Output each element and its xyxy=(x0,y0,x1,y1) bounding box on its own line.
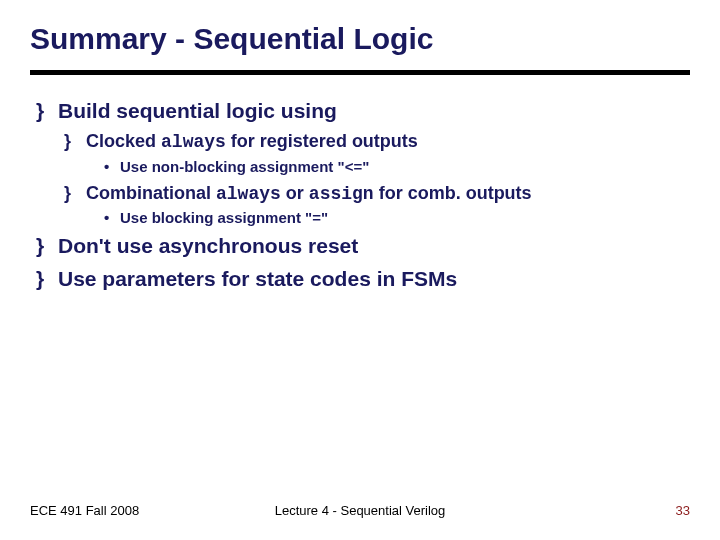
footer-left: ECE 491 Fall 2008 xyxy=(30,503,250,518)
bullet-level1: Don't use asynchronous reset xyxy=(30,232,690,260)
code-inline: always xyxy=(161,132,226,152)
bullet-level2: Clocked always for registered outputs xyxy=(64,129,690,154)
text-fragment: Clocked xyxy=(86,131,161,151)
text-fragment: for registered outputs xyxy=(226,131,418,151)
slide-content: Build sequential logic using Clocked alw… xyxy=(30,97,690,293)
slide-title: Summary - Sequential Logic xyxy=(30,22,690,56)
bullet-level1: Use parameters for state codes in FSMs xyxy=(30,265,690,293)
slide-footer: ECE 491 Fall 2008 Lecture 4 - Sequential… xyxy=(0,503,720,518)
title-rule xyxy=(30,70,690,75)
footer-page-number: 33 xyxy=(470,503,690,518)
code-inline: assign xyxy=(309,184,374,204)
text-fragment: or xyxy=(281,183,309,203)
slide: Summary - Sequential Logic Build sequent… xyxy=(0,0,720,540)
bullet-level3: Use blocking assignment "=" xyxy=(104,208,690,228)
bullet-level3: Use non-blocking assignment "<=" xyxy=(104,157,690,177)
text-fragment: for comb. outputs xyxy=(374,183,532,203)
bullet-level2: Combinational always or assign for comb.… xyxy=(64,181,690,206)
text-fragment: Combinational xyxy=(86,183,216,203)
bullet-level1: Build sequential logic using xyxy=(30,97,690,125)
footer-center: Lecture 4 - Sequential Verilog xyxy=(250,503,470,518)
code-inline: always xyxy=(216,184,281,204)
